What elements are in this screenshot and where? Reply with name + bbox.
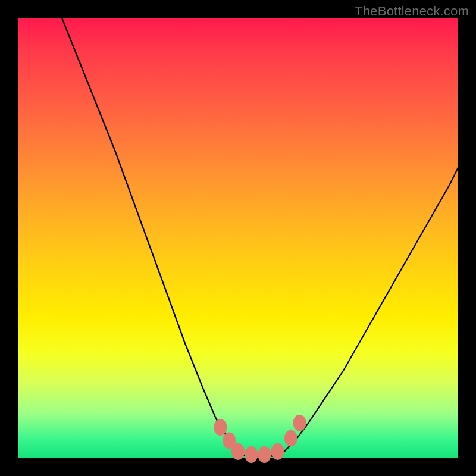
right-curve <box>282 168 458 454</box>
curve-layer <box>18 18 458 458</box>
valley-marker <box>293 415 306 431</box>
valley-marker <box>214 419 227 436</box>
valley-marker <box>258 446 271 463</box>
valley-marker <box>245 446 258 463</box>
watermark-text: TheBottleneck.com <box>355 4 469 19</box>
valley-marker <box>231 443 245 460</box>
valley-markers <box>214 415 306 463</box>
left-curve <box>62 18 238 454</box>
plot-area <box>18 18 458 458</box>
chart-frame: TheBottleneck.com <box>0 0 476 476</box>
valley-marker <box>284 430 298 447</box>
valley-marker <box>271 443 284 460</box>
